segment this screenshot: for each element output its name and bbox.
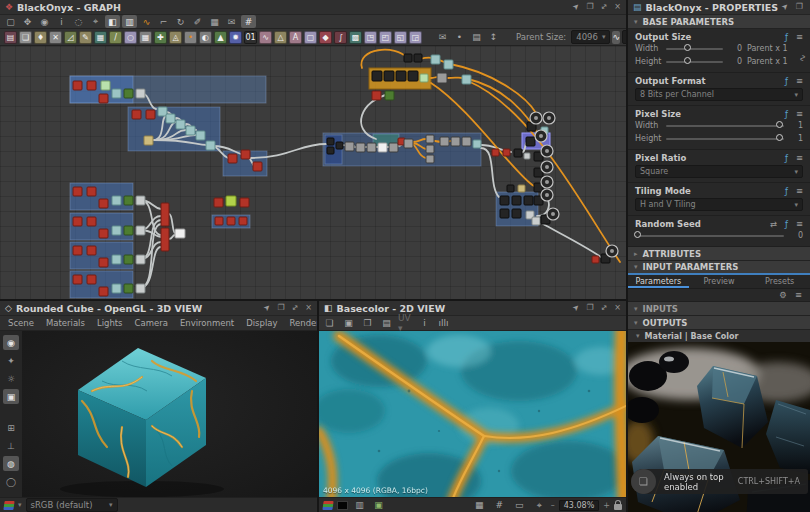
colorspace-select[interactable]: sRGB (default)▾ <box>26 498 118 512</box>
maximize-icon[interactable]: ↔ <box>599 303 609 313</box>
svg-node-icon[interactable]: ❏ <box>19 31 32 44</box>
tab-presets[interactable]: Presets <box>749 275 810 288</box>
float-icon[interactable]: ❐ <box>586 3 593 11</box>
graph-node[interactable] <box>524 153 530 159</box>
height-value[interactable]: 0 <box>728 57 742 66</box>
graph-node[interactable] <box>404 54 412 62</box>
ao-node-icon[interactable]: ◬ <box>169 31 182 44</box>
graph-node[interactable] <box>241 150 250 159</box>
normal-node-icon[interactable]: ▲ <box>214 31 227 44</box>
zoom-icon[interactable]: ◌ <box>71 15 86 28</box>
graph-node[interactable] <box>175 229 185 238</box>
graph-node[interactable] <box>124 226 133 235</box>
graph-node[interactable] <box>426 145 434 153</box>
basecolor-texture-view[interactable]: 4096 x 4096 (RGBA, 16bpc) <box>319 331 626 497</box>
graph-node[interactable] <box>144 136 153 145</box>
graph-node[interactable] <box>512 196 521 205</box>
graph-node[interactable] <box>367 143 376 152</box>
graph-node[interactable] <box>73 275 82 284</box>
section-attributes[interactable]: ▸ ATTRIBUTES <box>628 247 810 261</box>
section-base-parameters[interactable]: ▾ BASE PARAMETERS <box>628 15 810 29</box>
graph-node[interactable] <box>526 137 535 146</box>
graph-node[interactable] <box>440 137 449 146</box>
graph-node[interactable] <box>345 142 354 151</box>
graph-node[interactable] <box>136 284 145 293</box>
menu-scene[interactable]: Scene <box>8 318 34 328</box>
options-menu-icon[interactable]: ≡ <box>796 153 803 163</box>
comment-icon[interactable]: ✉ <box>224 15 239 28</box>
graph-node[interactable] <box>99 229 108 238</box>
float-icon[interactable]: ❐ <box>586 304 593 312</box>
select-node-icon[interactable]: ▢ <box>304 31 317 44</box>
graph-node[interactable] <box>451 137 460 146</box>
focus-icon[interactable]: ⌖ <box>88 15 103 28</box>
curve2-node-icon[interactable]: ∫ <box>334 31 347 44</box>
pixel-grid-icon[interactable]: # <box>492 499 507 512</box>
menu-renderer[interactable]: Renderer <box>290 318 317 328</box>
info-icon[interactable]: i <box>417 317 432 330</box>
graph-node[interactable] <box>99 258 108 267</box>
color-management-chevron-icon[interactable]: ▾ <box>18 501 22 509</box>
graph-node[interactable] <box>146 110 155 119</box>
random-seed-slider[interactable] <box>635 235 784 237</box>
channel-shuffle-node-icon[interactable]: ✕ <box>49 31 62 44</box>
fit-view-icon[interactable]: ⊞ <box>3 420 19 435</box>
graph-node[interactable] <box>196 131 205 140</box>
output-format-select[interactable]: 8 Bits per Channel▾ <box>635 88 803 101</box>
input-node-icon[interactable]: ◳ <box>364 31 377 44</box>
section-outputs[interactable]: ▾ OUTPUTS <box>628 316 810 330</box>
shuffle-icon[interactable]: ⇄ <box>770 219 777 229</box>
display-mode-icon[interactable]: ▥ <box>122 15 137 28</box>
graph-node[interactable] <box>112 255 121 264</box>
warning-node-icon[interactable]: △ <box>274 31 287 44</box>
image-filter-icon[interactable]: ▣ <box>371 499 386 512</box>
graph-node[interactable] <box>239 217 247 225</box>
gear-icon[interactable]: ⚙ <box>779 290 787 300</box>
pixel-height-value[interactable]: 1 <box>789 134 803 143</box>
input-gray-node-icon[interactable]: ◱ <box>394 31 407 44</box>
zoom-level-input[interactable]: 43.08% <box>559 500 600 511</box>
graph-node[interactable] <box>161 228 169 251</box>
camera-tool-icon[interactable]: ◉ <box>3 335 19 350</box>
graph-node[interactable] <box>524 196 533 205</box>
center-view-icon[interactable]: ⌖ <box>532 499 547 512</box>
function-icon[interactable]: ƒ <box>785 153 788 163</box>
slope-blur-node-icon[interactable]: / <box>109 31 122 44</box>
frame-all-icon[interactable]: ▢ <box>3 15 18 28</box>
width-slider[interactable] <box>666 48 723 50</box>
menu-materials[interactable]: Materials <box>46 318 85 328</box>
graph-node[interactable] <box>132 110 141 119</box>
graph-node[interactable] <box>176 120 185 129</box>
close-icon[interactable]: × <box>614 304 621 312</box>
parent-size-height-select[interactable]: 4096▾ <box>622 30 626 44</box>
bitmap-node-icon[interactable]: ▤ <box>4 31 17 44</box>
function-icon[interactable]: ƒ <box>785 186 788 196</box>
frame-toggle-icon[interactable]: ▭ <box>512 499 527 512</box>
pin-icon[interactable]: ➤ <box>262 303 272 313</box>
elbow-link-icon[interactable]: ⌐ <box>156 15 171 28</box>
background-color-swatch[interactable] <box>337 501 348 510</box>
sort-icon[interactable]: ≡ <box>795 290 802 300</box>
graph-node[interactable] <box>253 162 262 171</box>
parent-size-width-select[interactable]: 4096▾ <box>571 30 610 44</box>
graph-node[interactable] <box>226 196 236 206</box>
graph-node[interactable] <box>87 217 96 226</box>
graph-node[interactable] <box>518 185 525 192</box>
function-icon[interactable]: ƒ <box>785 76 788 86</box>
tab-parameters[interactable]: Parameters <box>628 275 689 288</box>
graph-node[interactable] <box>87 187 96 196</box>
height-slider[interactable] <box>666 61 723 63</box>
output-gray-node-icon[interactable]: ◲ <box>409 31 422 44</box>
graph-node[interactable] <box>161 203 169 226</box>
info-icon[interactable]: i <box>54 15 69 28</box>
graph-node[interactable] <box>378 143 387 152</box>
color-management-icon[interactable] <box>3 501 14 510</box>
graph-node[interactable] <box>385 91 394 100</box>
screenshot-icon[interactable]: ◉ <box>37 15 52 28</box>
maximize-icon[interactable]: ↔ <box>599 2 609 12</box>
graph-node[interactable] <box>124 255 133 264</box>
graph-node[interactable] <box>462 137 471 146</box>
graph-node[interactable] <box>87 275 96 284</box>
dot-tool-icon[interactable]: • <box>452 31 467 44</box>
graph-node[interactable] <box>437 73 447 83</box>
